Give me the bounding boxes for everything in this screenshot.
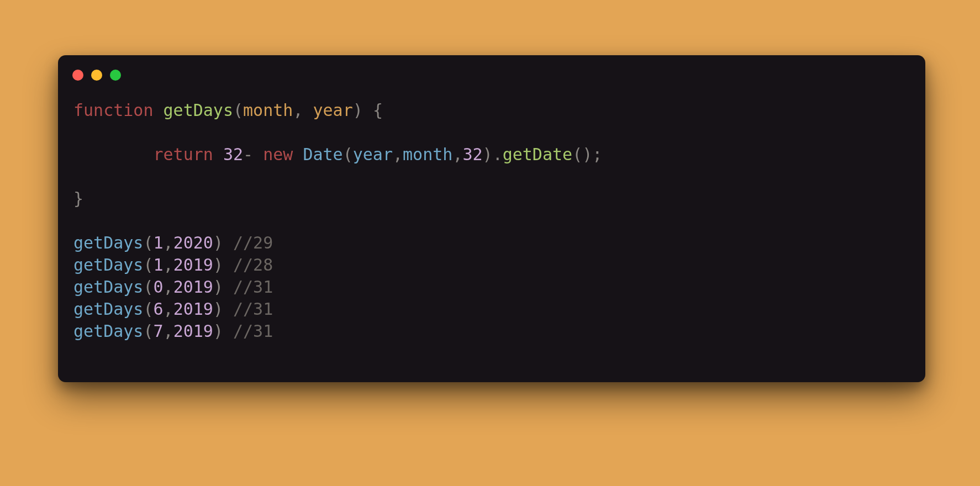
code-call-2: getDays(0,2019) //31 — [73, 277, 273, 297]
code-line-1: function getDays(month, year) { — [73, 101, 383, 120]
code-line-3: } — [73, 189, 83, 208]
code-window: function getDays(month, year) { return 3… — [58, 55, 925, 382]
code-call-1: getDays(1,2019) //28 — [73, 255, 273, 274]
close-icon[interactable] — [72, 70, 83, 81]
traffic-lights — [72, 70, 121, 81]
code-line-2: return 32- new Date(year,month,32).getDa… — [73, 145, 602, 164]
code-call-3: getDays(6,2019) //31 — [73, 299, 273, 319]
code-call-4: getDays(7,2019) //31 — [73, 321, 273, 341]
minimize-icon[interactable] — [91, 70, 102, 81]
zoom-icon[interactable] — [110, 70, 121, 81]
code-call-0: getDays(1,2020) //29 — [73, 233, 273, 252]
code-block[interactable]: function getDays(month, year) { return 3… — [73, 99, 910, 369]
